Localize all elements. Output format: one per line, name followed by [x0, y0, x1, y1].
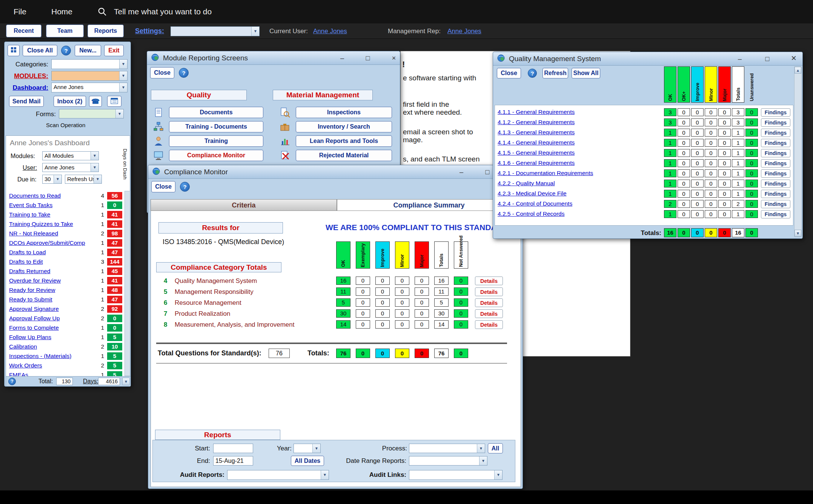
- end-date-input[interactable]: 15-Aug-21: [213, 456, 253, 466]
- clause-link[interactable]: 4.1.6 - General Requirements: [498, 160, 575, 166]
- dash-user-link[interactable]: User:: [23, 164, 37, 171]
- date-range-combo[interactable]: ▼: [409, 456, 487, 466]
- inventory-search-icon[interactable]: [279, 121, 291, 132]
- grid-view-button[interactable]: [8, 45, 20, 56]
- chevron-down-icon[interactable]: ▼: [119, 83, 127, 92]
- clause-link[interactable]: 4.1.1 - General Requirements: [498, 109, 575, 115]
- clause-link[interactable]: 4.1.4 - General Requirements: [498, 139, 575, 146]
- dashboard-item-link[interactable]: Documents to Read: [9, 192, 95, 199]
- chevron-down-icon[interactable]: ▼: [251, 27, 259, 36]
- chevron-down-icon[interactable]: ▼: [94, 175, 101, 183]
- modules-combo[interactable]: ▼: [51, 71, 128, 81]
- documents-icon[interactable]: [152, 107, 164, 118]
- details-button[interactable]: Details: [475, 309, 503, 318]
- help-icon[interactable]: ?: [179, 68, 189, 78]
- chevron-down-icon[interactable]: ▼: [321, 470, 329, 479]
- days-link[interactable]: Days:: [83, 378, 98, 385]
- close-all-button[interactable]: Close All: [23, 45, 57, 56]
- findings-button[interactable]: Findings: [761, 190, 790, 198]
- dashboard-item-link[interactable]: Follow Up Plans: [9, 334, 95, 341]
- maximize-icon[interactable]: □: [762, 54, 773, 63]
- dashboard-item-link[interactable]: Training to Take: [9, 211, 95, 218]
- compliance-monitor-button[interactable]: Compliance Monitor: [169, 150, 263, 161]
- rejected-material-icon[interactable]: [279, 150, 291, 161]
- dash-modules-combo[interactable]: All Modules▼: [42, 151, 99, 160]
- documents-button[interactable]: Documents: [169, 107, 263, 118]
- dashboard-item-link[interactable]: Drafts to Edit: [9, 258, 95, 265]
- rejected-material-button[interactable]: Rejected Material: [296, 150, 392, 161]
- new-button[interactable]: New...: [75, 45, 101, 56]
- due-in-combo[interactable]: 30▼: [42, 175, 62, 184]
- file-menu[interactable]: File: [14, 0, 26, 23]
- help-icon[interactable]: ?: [180, 182, 190, 192]
- dashboard-item-link[interactable]: Ready for Review: [9, 287, 95, 293]
- minimize-icon[interactable]: –: [734, 54, 745, 63]
- chevron-down-icon[interactable]: ▼: [479, 456, 487, 465]
- details-button[interactable]: Details: [475, 320, 503, 329]
- clause-link[interactable]: 4.2.4 - Control of Documents: [498, 200, 572, 207]
- dashboard-combo[interactable]: Anne Jones▼: [51, 83, 128, 92]
- phone-button[interactable]: ☎: [89, 96, 102, 107]
- management-rep-link[interactable]: Anne Jones: [447, 23, 481, 39]
- minimize-icon[interactable]: –: [456, 167, 467, 177]
- findings-button[interactable]: Findings: [761, 169, 790, 178]
- findings-button[interactable]: Findings: [761, 139, 790, 147]
- exit-button[interactable]: Exit: [104, 45, 124, 56]
- dashboard-item-link[interactable]: Inspections - (Materials): [9, 353, 95, 360]
- close-button[interactable]: Close: [151, 181, 175, 192]
- process-combo[interactable]: ▼: [409, 444, 485, 453]
- inspections-button[interactable]: Inspections: [296, 107, 392, 118]
- lean-reports-button[interactable]: Lean Reports and Tools: [296, 135, 392, 147]
- training-documents-button[interactable]: Training - Documents: [169, 121, 263, 132]
- start-date-input[interactable]: [213, 444, 253, 453]
- close-button[interactable]: Close: [150, 67, 174, 78]
- scroll-down-icon[interactable]: ▼: [122, 378, 130, 385]
- all-button[interactable]: All: [488, 443, 503, 453]
- training-documents-icon[interactable]: [152, 121, 164, 132]
- reports-button[interactable]: Reports: [88, 25, 124, 37]
- inbox-button[interactable]: Inbox (2): [54, 96, 86, 107]
- chevron-down-icon[interactable]: ▼: [477, 444, 485, 453]
- help-icon[interactable]: ?: [61, 46, 71, 55]
- dashboard-item-link[interactable]: Work Orders: [9, 362, 95, 369]
- scroll-up-icon[interactable]: ▲: [795, 67, 801, 74]
- clause-link[interactable]: 4.2.3 - Medical Device File: [498, 190, 567, 197]
- refresh-button[interactable]: Refresh: [543, 68, 568, 78]
- findings-button[interactable]: Findings: [761, 210, 790, 218]
- team-button[interactable]: Team: [46, 25, 84, 37]
- current-user-link[interactable]: Anne Jones: [313, 23, 347, 39]
- calendar-button[interactable]: [107, 96, 121, 107]
- qms-scrollbar[interactable]: ▲ ▼: [794, 66, 802, 237]
- dashboard-item-link[interactable]: NR - Not Released: [9, 230, 95, 237]
- minimize-icon[interactable]: –: [337, 54, 348, 63]
- maximize-icon[interactable]: □: [482, 167, 493, 177]
- compliance-monitor-icon[interactable]: [152, 150, 164, 161]
- qms-window-titlebar[interactable]: Quality Management System: [493, 52, 802, 66]
- findings-button[interactable]: Findings: [761, 118, 790, 127]
- audit-links-combo[interactable]: ▼: [409, 470, 503, 480]
- findings-button[interactable]: Findings: [761, 129, 790, 137]
- dashboard-item-link[interactable]: Overdue for Review: [9, 277, 95, 284]
- training-button[interactable]: Training: [169, 135, 263, 147]
- tab-criteria[interactable]: Criteria: [151, 199, 337, 211]
- clause-link[interactable]: 4.2.1 - Documentation Requirements: [498, 170, 593, 177]
- inventory-search-button[interactable]: Inventory / Search: [296, 121, 392, 132]
- findings-button[interactable]: Findings: [761, 200, 790, 208]
- dashboard-link[interactable]: Dashboard:: [8, 84, 48, 92]
- chevron-down-icon[interactable]: ▼: [119, 60, 127, 69]
- details-button[interactable]: Details: [475, 287, 503, 296]
- recent-button[interactable]: Recent: [6, 25, 41, 37]
- clause-link[interactable]: 4.2.2 - Quality Manual: [498, 180, 555, 187]
- refresh-user-combo[interactable]: Refresh Use▼: [65, 175, 102, 184]
- modules-link[interactable]: MODULES:: [8, 72, 48, 80]
- chevron-down-icon[interactable]: ▼: [312, 444, 320, 453]
- details-button[interactable]: Details: [475, 298, 503, 307]
- help-icon[interactable]: ?: [8, 378, 16, 385]
- audit-reports-combo[interactable]: ▼: [227, 470, 329, 480]
- clause-link[interactable]: 4.1.2 - General Requirements: [498, 119, 575, 126]
- findings-button[interactable]: Findings: [761, 108, 790, 117]
- chevron-down-icon[interactable]: ▼: [54, 175, 61, 183]
- close-icon[interactable]: ×: [788, 54, 799, 63]
- inspections-icon[interactable]: [279, 107, 291, 118]
- dashboard-scrollbar[interactable]: [124, 191, 130, 376]
